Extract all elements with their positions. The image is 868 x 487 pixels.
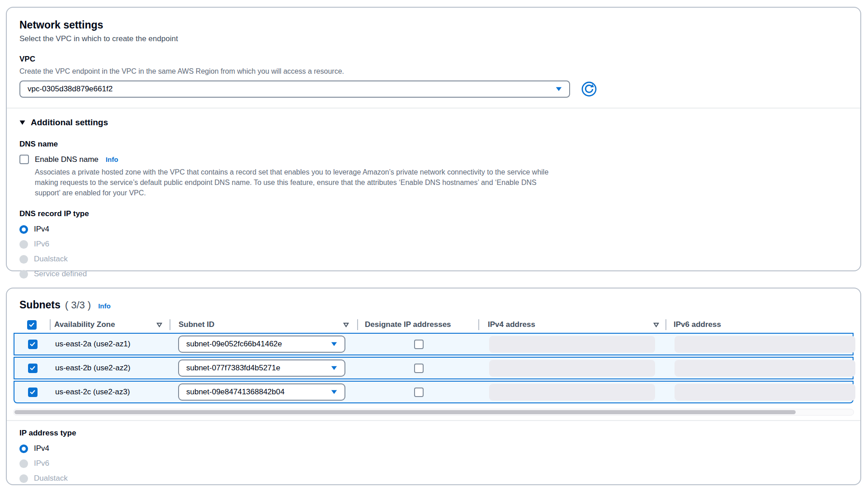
designate-ip-checkbox[interactable] [414, 364, 424, 373]
ipv4-address-input [489, 360, 655, 377]
subnet-id-select[interactable]: subnet-09e84741368842b04 [178, 383, 345, 401]
ipv4-address-input [489, 336, 655, 353]
check-icon [28, 322, 35, 328]
dns-name-description: Associates a private hosted zone with th… [35, 167, 564, 198]
enable-dns-row: Enable DNS name Info [19, 155, 848, 164]
radio-label: IPv6 [34, 459, 49, 468]
additional-settings-title: Additional settings [31, 118, 108, 128]
dns-record-ip-type-label: DNS record IP type [19, 209, 848, 219]
horizontal-scrollbar[interactable] [13, 409, 854, 416]
ip-address-type-label: IP address type [19, 428, 848, 438]
radio-label: Dualstack [34, 474, 68, 483]
additional-settings-toggle[interactable]: Additional settings [19, 118, 108, 128]
radio-selected-icon [19, 225, 28, 234]
check-icon [29, 389, 36, 395]
vpc-select-value: vpc-0305d38d879e661f2 [28, 85, 113, 94]
radio-option-dualstack: Dualstack [19, 474, 68, 483]
designate-ip-checkbox[interactable] [414, 388, 424, 397]
select-all-checkbox[interactable] [27, 320, 37, 330]
sort-icon [653, 322, 659, 327]
section-divider [7, 108, 860, 109]
subnet-id-select[interactable]: subnet-09e052fc66b41462e [178, 336, 345, 353]
vpc-label: VPC [19, 54, 848, 64]
ipv6-address-input [675, 384, 855, 401]
sort-icon [343, 322, 349, 327]
subnets-header: Subnets ( 3/3 ) Info [7, 298, 860, 311]
subnets-info-link[interactable]: Info [98, 302, 111, 310]
radio-label: IPv4 [34, 225, 49, 234]
subnet-row-us-east-2a[interactable]: us-east-2a (use2-az1) subnet-09e052fc66b… [14, 333, 854, 355]
availability-zone-cell: us-east-2b (use2-az2) [51, 364, 130, 372]
radio-option-ipv4[interactable]: IPv4 [19, 444, 49, 453]
radio-disabled-icon [19, 459, 28, 468]
subnet-row-us-east-2c[interactable]: us-east-2c (use2-az3) subnet-09e84741368… [14, 381, 854, 403]
check-icon [29, 365, 36, 371]
sort-icon [156, 322, 162, 327]
refresh-icon [581, 81, 597, 97]
ipv6-address-input [675, 336, 855, 353]
check-icon [29, 341, 36, 347]
chevron-down-icon [331, 366, 337, 370]
row-checkbox[interactable] [28, 364, 38, 373]
availability-zone-cell: us-east-2c (use2-az3) [51, 388, 130, 396]
table-header-row: Availability Zone Subnet ID Designate IP… [14, 317, 854, 333]
radio-option-dualstack: Dualstack [19, 255, 68, 264]
network-settings-subtitle: Select the VPC in which to create the en… [19, 33, 848, 44]
chevron-down-icon [331, 342, 337, 346]
column-header-subnet-id[interactable]: Subnet ID [170, 317, 357, 333]
row-checkbox[interactable] [28, 388, 38, 397]
ipv6-address-input [675, 360, 855, 377]
network-settings-title: Network settings [19, 19, 848, 31]
enable-dns-label: Enable DNS name [35, 155, 99, 164]
ipv4-address-input [489, 384, 655, 401]
row-checkbox[interactable] [28, 340, 38, 349]
column-header-designate-ip: Designate IP addresses [357, 317, 478, 333]
radio-option-service-defined: Service defined [19, 270, 87, 279]
radio-label: IPv6 [34, 240, 49, 249]
vpc-select[interactable]: vpc-0305d38d879e661f2 [19, 80, 570, 98]
subnets-table: Availability Zone Subnet ID Designate IP… [7, 317, 860, 403]
column-header-ipv4-address[interactable]: IPv4 address [478, 317, 665, 333]
radio-selected-icon [19, 444, 28, 453]
vpc-select-row: vpc-0305d38d879e661f2 [19, 80, 848, 98]
availability-zone-cell: us-east-2a (use2-az1) [51, 340, 130, 348]
chevron-down-icon [556, 87, 562, 91]
radio-option-ipv6: IPv6 [19, 240, 49, 249]
vpc-description: Create the VPC endpoint in the VPC in th… [19, 66, 848, 76]
radio-label: Dualstack [34, 255, 68, 264]
column-header-ipv6-address: IPv6 address [665, 317, 857, 333]
radio-label: IPv4 [34, 444, 49, 453]
refresh-button[interactable] [581, 81, 597, 97]
radio-option-ipv6: IPv6 [19, 459, 49, 468]
dns-name-label: DNS name [19, 139, 848, 149]
subnet-row-us-east-2b[interactable]: us-east-2b (use2-az2) subnet-077f7383fd4… [14, 357, 854, 379]
network-settings-panel: Network settings Select the VPC in which… [6, 7, 861, 271]
subnet-id-value: subnet-077f7383fd4b5271e [186, 364, 280, 373]
column-header-availability-zone[interactable]: Availability Zone [50, 317, 170, 333]
subnet-id-value: subnet-09e052fc66b41462e [186, 340, 282, 349]
subnets-panel: Subnets ( 3/3 ) Info Availability Zone S… [6, 288, 861, 485]
radio-disabled-icon [19, 255, 28, 264]
subnet-id-value: subnet-09e84741368842b04 [186, 388, 284, 397]
chevron-down-icon [331, 390, 337, 394]
radio-disabled-icon [19, 240, 28, 249]
dns-info-link[interactable]: Info [106, 156, 118, 163]
enable-dns-checkbox[interactable] [19, 155, 29, 164]
subnets-title: Subnets [19, 298, 61, 311]
radio-disabled-icon [19, 474, 28, 483]
radio-disabled-icon [19, 270, 28, 279]
radio-option-ipv4[interactable]: IPv4 [19, 225, 49, 234]
radio-label: Service defined [34, 270, 87, 279]
subnet-id-select[interactable]: subnet-077f7383fd4b5271e [178, 359, 345, 377]
triangle-down-icon [19, 120, 25, 125]
designate-ip-checkbox[interactable] [414, 340, 424, 349]
ip-address-type-section: IP address type IPv4 IPv6 Dualstack [7, 421, 860, 483]
scrollbar-thumb[interactable] [14, 410, 796, 414]
subnets-counter: ( 3/3 ) [65, 299, 91, 311]
